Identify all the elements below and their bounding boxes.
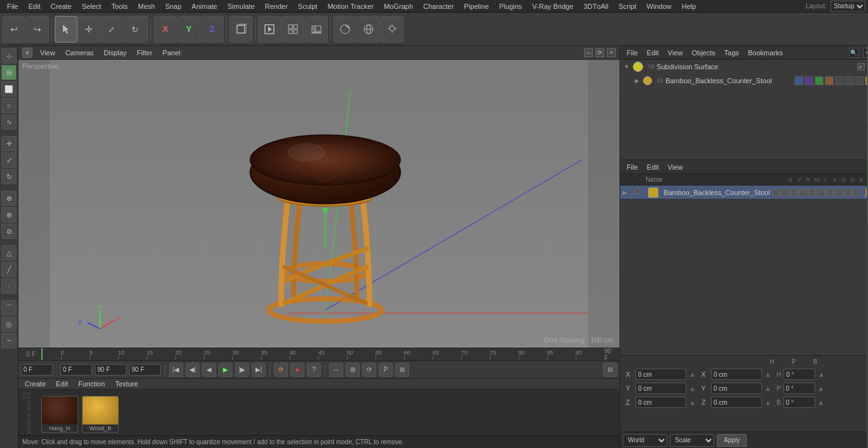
material-menu-create[interactable]: Create [22,379,48,389]
tag-icon-1[interactable] [794,76,803,85]
menu-pipeline[interactable]: Pipeline [459,1,493,11]
coord-x-pos[interactable]: 0 cm [635,369,686,380]
attr-g-icon[interactable] [826,189,834,196]
menu-snap[interactable]: Snap [161,1,186,11]
z-axis-button[interactable]: Z [201,16,224,43]
menu-tools[interactable]: Tools [107,1,132,11]
render-region-button[interactable] [281,16,304,43]
shading-button[interactable] [334,16,356,43]
viewport-3d-scene[interactable]: X Y Z Grid Spacing : 100 cm [18,60,620,348]
coord-y-size[interactable]: 0 cm [711,383,762,394]
menu-window[interactable]: Window [642,1,676,11]
menu-mesh[interactable]: Mesh [133,1,159,11]
apply-button[interactable]: Apply [717,434,747,447]
step-forward-button[interactable]: |▶ [235,363,249,377]
goto-start-button[interactable]: |◀ [169,363,183,377]
viewport-icon-move[interactable]: ↔ [584,48,593,57]
attributes-content[interactable]: ▶ Bamboo_Backless_Counter_Stool [620,186,868,355]
coord-x-size[interactable]: 0 cm [711,369,762,380]
menu-select[interactable]: Select [78,1,106,11]
goto-end-button[interactable]: ▶| [252,363,266,377]
attr-menu-view[interactable]: View [665,162,686,172]
material-menu-function[interactable]: Function [76,379,107,389]
help-button[interactable]: ? [307,363,321,377]
coord-z-pos[interactable]: 0 cm [635,397,686,408]
tool-rectangle[interactable]: ⬜ [1,81,17,97]
attr-v-icon[interactable] [782,189,789,196]
obj-bamboo-stool[interactable]: ▶ l 0 Bamboo_Backless_Counter_Stool [620,74,868,88]
viewport-icon-zoom[interactable]: + [607,48,616,57]
menu-edit[interactable]: Edit [24,1,45,11]
timeline-extra-1[interactable]: ↔ [329,363,343,377]
viewport[interactable]: ≡ View Cameras Display Filter Panel ↔ ⟳ … [18,46,620,348]
viewport-menu-icon[interactable]: ≡ [22,48,32,58]
viewport-menu-panel[interactable]: Panel [160,48,183,58]
tool-freehand[interactable]: ∿ [1,114,17,130]
render-button[interactable] [258,16,281,43]
tool-workplane[interactable]: ⊘ [1,224,17,239]
tool-edge[interactable]: ╱ [1,262,17,277]
tool-object-axis[interactable]: ⊕ [1,191,17,206]
record-button[interactable]: ● [290,363,304,377]
timeline-ruler[interactable]: 0 F 051015202530354045505560657075808590… [18,348,620,360]
obj-menu-tags[interactable]: Tags [722,48,742,58]
material-wood-b[interactable]: Wood_B [82,396,119,433]
undo-button[interactable]: ↩ [3,16,25,43]
redo-button[interactable]: ↪ [26,16,49,43]
object-mode-button[interactable] [229,16,252,43]
tool-sculpt[interactable]: ◎ [1,316,17,332]
attr-menu-edit[interactable]: Edit [644,162,661,172]
scale-tool-button[interactable]: ⤢ [102,16,125,43]
tool-spline[interactable]: ~ [1,333,17,348]
menu-3dtoall[interactable]: 3DTоAll [579,1,613,11]
attr-menu-file[interactable]: File [624,162,641,172]
move-tool-button[interactable]: ✛ [78,16,101,43]
viewport-menu-display[interactable]: Display [101,48,129,58]
tag-icon-3[interactable] [815,76,824,85]
obj-menu-edit[interactable]: Edit [644,48,661,58]
y-axis-button[interactable]: Y [177,16,200,43]
tool-live-selection[interactable]: ⊞ [1,65,17,80]
timeline-extra-2[interactable]: ⊞ [346,363,360,377]
viewport-icon-rotate[interactable]: ⟳ [595,48,604,57]
current-frame-input[interactable] [21,364,53,376]
attr-s-icon[interactable] [773,189,780,196]
coord-h-val[interactable]: 0 ° [783,369,815,380]
attr-l-icon[interactable] [808,189,816,196]
tag-icon-2[interactable] [804,76,813,85]
obj-check-green[interactable]: ✓ [857,63,865,71]
viewport-menu-filter[interactable]: Filter [134,48,154,58]
expand-icon-stool[interactable]: ▶ [633,77,641,85]
timeline-extra-6[interactable]: ⊟ [603,363,617,377]
obj-menu-view[interactable]: View [665,48,686,58]
loop-button[interactable]: ⟳ [274,363,288,377]
attr-x-icon[interactable] [853,189,860,196]
material-menu-edit[interactable]: Edit [53,379,71,389]
scale-select[interactable]: Scale [670,434,714,447]
material-menu-texture[interactable]: Texture [112,379,140,389]
menu-animate[interactable]: Animate [187,1,222,11]
attr-a-icon[interactable] [817,189,825,196]
material-hang-in[interactable]: Hang_in [41,396,78,433]
preview-end-input[interactable] [95,364,126,376]
tag-icon-7[interactable] [855,76,864,85]
light-button[interactable] [381,16,403,43]
attr-row-bamboo[interactable]: ▶ Bamboo_Backless_Counter_Stool [620,186,868,200]
wireframe-button[interactable] [357,16,380,43]
coord-b-val[interactable]: 0 ° [783,397,815,408]
tag-icon-4[interactable] [825,76,834,85]
attr-expand[interactable]: ▶ [623,189,632,196]
preview-start-input[interactable] [60,364,92,376]
attr-e-icon[interactable] [844,189,851,196]
tool-paint[interactable]: ⌒ [1,300,17,315]
menu-motion-tracker[interactable]: Motion Tracker [323,1,378,11]
tag-icon-6[interactable] [845,76,854,85]
expand-icon[interactable]: ▼ [623,63,630,71]
play-back-button[interactable]: ◀ [202,363,216,377]
menu-vray[interactable]: V-Ray Bridge [528,1,578,11]
obj-menu-bookmarks[interactable]: Bookmarks [745,48,785,58]
tool-circle[interactable]: ○ [1,98,17,113]
tag-icon-5[interactable] [835,76,844,85]
menu-plugins[interactable]: Plugins [494,1,526,11]
render-to-picture-button[interactable] [305,16,328,43]
